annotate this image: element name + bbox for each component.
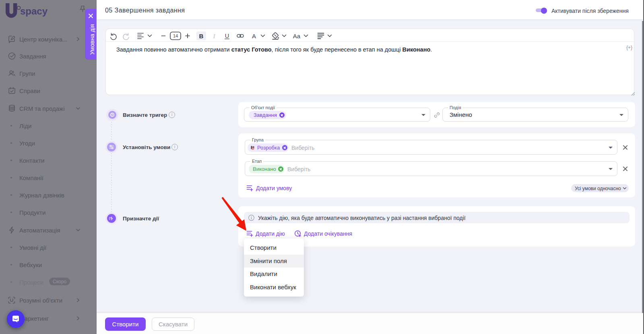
- svg-text:Aa: Aa: [293, 33, 301, 39]
- svg-text:A: A: [252, 33, 256, 39]
- svg-text:14: 14: [173, 33, 178, 38]
- svg-text:spacy: spacy: [20, 6, 48, 17]
- svg-text:I: I: [213, 33, 216, 39]
- svg-text:B: B: [199, 33, 204, 39]
- svg-text:U: U: [225, 33, 229, 39]
